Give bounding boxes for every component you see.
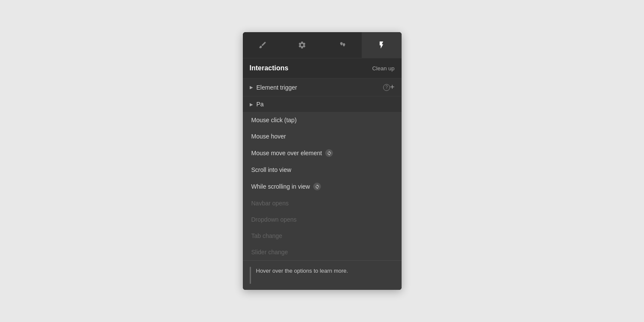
tab-brush[interactable]	[243, 32, 283, 58]
while-scrolling-label: While scrolling in view	[251, 183, 310, 190]
chevron-right-icon: ▶	[250, 85, 253, 90]
page-trigger-row[interactable]: ▶ Pa	[243, 96, 402, 112]
while-scrolling-badge	[313, 183, 321, 190]
menu-item-slider-change: Slider change	[243, 244, 402, 260]
chevron-right-icon-page: ▶	[250, 102, 253, 107]
element-trigger-row[interactable]: ▶ Element trigger ? +	[243, 78, 402, 96]
mouse-click-label: Mouse click (tap)	[251, 117, 297, 123]
panel-title: Interactions	[250, 64, 289, 72]
drops-icon	[338, 41, 346, 49]
lightning-icon	[377, 41, 386, 49]
question-icon[interactable]: ?	[383, 84, 390, 91]
gear-icon	[298, 41, 306, 49]
element-trigger-label: Element trigger	[257, 84, 381, 91]
menu-item-while-scrolling[interactable]: While scrolling in view	[243, 178, 402, 195]
menu-item-mouse-hover[interactable]: Mouse hover	[243, 128, 402, 144]
add-trigger-button[interactable]: +	[390, 83, 395, 92]
page-trigger-label: Pa	[257, 101, 395, 108]
mouse-hover-label: Mouse hover	[251, 133, 286, 140]
mouse-move-badge	[325, 149, 333, 157]
menu-item-navbar-opens: Navbar opens	[243, 195, 402, 211]
navbar-opens-label: Navbar opens	[251, 200, 289, 207]
mouse-move-label: Mouse move over element	[251, 150, 322, 156]
tab-drops[interactable]	[322, 32, 362, 58]
info-text: Hover over the options to learn more.	[256, 267, 348, 275]
tab-settings[interactable]	[282, 32, 322, 58]
scroll-view-label: Scroll into view	[251, 166, 291, 173]
dropdown-opens-label: Dropdown opens	[251, 216, 297, 223]
info-border	[250, 267, 251, 284]
menu-item-mouse-move[interactable]: Mouse move over element	[243, 144, 402, 162]
menu-item-mouse-click[interactable]: Mouse click (tap)	[243, 112, 402, 128]
tab-bar	[243, 32, 402, 58]
interactions-panel: Interactions Clean up ▶ Element trigger …	[243, 32, 402, 290]
trigger-dropdown: Mouse click (tap) Mouse hover Mouse move…	[243, 112, 402, 290]
tab-interactions[interactable]	[362, 32, 402, 58]
menu-item-dropdown-opens: Dropdown opens	[243, 211, 402, 228]
panel-header: Interactions Clean up	[243, 58, 402, 78]
tab-change-label: Tab change	[251, 232, 282, 239]
brush-icon	[258, 41, 267, 49]
menu-item-scroll-view[interactable]: Scroll into view	[243, 162, 402, 178]
slider-change-label: Slider change	[251, 249, 288, 256]
cleanup-button[interactable]: Clean up	[372, 65, 394, 72]
menu-item-tab-change: Tab change	[243, 228, 402, 244]
info-footer: Hover over the options to learn more.	[243, 260, 402, 290]
